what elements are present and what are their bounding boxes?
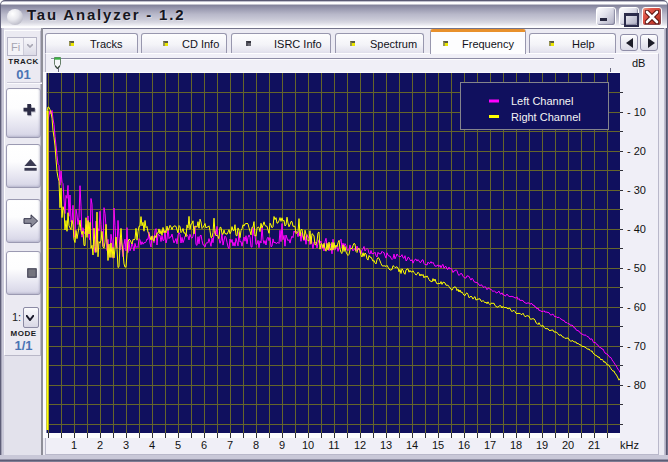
svg-text:Left Channel: Left Channel <box>511 95 573 107</box>
svg-text:Right Channel: Right Channel <box>511 111 581 123</box>
